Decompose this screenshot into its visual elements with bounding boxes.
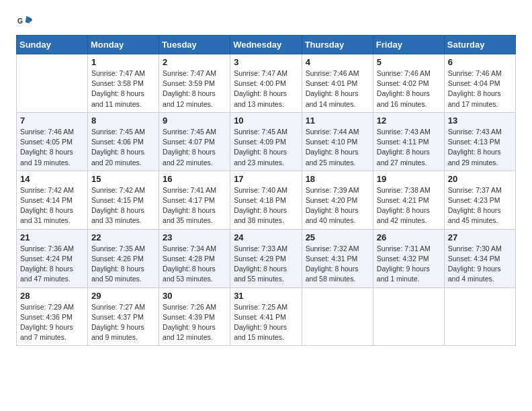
day-number: 7 — [20, 116, 84, 126]
week-row-4: 21Sunrise: 7:36 AM Sunset: 4:24 PM Dayli… — [17, 229, 516, 287]
day-number: 23 — [163, 232, 226, 242]
col-header-thursday: Thursday — [302, 36, 373, 54]
calendar-cell: 29Sunrise: 7:27 AM Sunset: 4:37 PM Dayli… — [88, 287, 159, 346]
day-info: Sunrise: 7:47 AM Sunset: 3:59 PM Dayligh… — [163, 68, 226, 109]
day-info: Sunrise: 7:39 AM Sunset: 4:20 PM Dayligh… — [306, 185, 369, 226]
day-info: Sunrise: 7:47 AM Sunset: 4:00 PM Dayligh… — [234, 68, 298, 109]
day-info: Sunrise: 7:34 AM Sunset: 4:28 PM Dayligh… — [163, 244, 226, 285]
day-info: Sunrise: 7:43 AM Sunset: 4:13 PM Dayligh… — [448, 127, 512, 168]
day-number: 8 — [91, 116, 155, 126]
day-number: 18 — [306, 174, 369, 184]
calendar-cell: 6Sunrise: 7:46 AM Sunset: 4:04 PM Daylig… — [444, 54, 515, 113]
day-info: Sunrise: 7:47 AM Sunset: 3:58 PM Dayligh… — [91, 68, 155, 109]
day-info: Sunrise: 7:27 AM Sunset: 4:37 PM Dayligh… — [91, 302, 155, 343]
col-header-sunday: Sunday — [17, 36, 88, 54]
day-number: 20 — [448, 174, 512, 184]
calendar-cell: 13Sunrise: 7:43 AM Sunset: 4:13 PM Dayli… — [444, 112, 515, 171]
calendar-cell: 18Sunrise: 7:39 AM Sunset: 4:20 PM Dayli… — [302, 171, 373, 229]
calendar-cell: 25Sunrise: 7:32 AM Sunset: 4:31 PM Dayli… — [302, 229, 373, 287]
day-info: Sunrise: 7:44 AM Sunset: 4:10 PM Dayligh… — [306, 127, 369, 168]
day-number: 16 — [163, 174, 226, 184]
day-number: 26 — [377, 232, 441, 242]
calendar-cell: 16Sunrise: 7:41 AM Sunset: 4:17 PM Dayli… — [159, 171, 230, 229]
calendar-cell: 22Sunrise: 7:35 AM Sunset: 4:26 PM Dayli… — [88, 229, 159, 287]
calendar-cell: 26Sunrise: 7:31 AM Sunset: 4:32 PM Dayli… — [373, 229, 444, 287]
calendar-cell: 1Sunrise: 7:47 AM Sunset: 3:58 PM Daylig… — [88, 54, 159, 113]
week-row-5: 28Sunrise: 7:29 AM Sunset: 4:36 PM Dayli… — [17, 287, 516, 346]
col-header-monday: Monday — [88, 36, 159, 54]
col-header-saturday: Saturday — [444, 36, 515, 54]
day-info: Sunrise: 7:45 AM Sunset: 4:06 PM Dayligh… — [91, 127, 155, 168]
calendar-cell: 2Sunrise: 7:47 AM Sunset: 3:59 PM Daylig… — [159, 54, 230, 113]
day-number: 22 — [91, 232, 155, 242]
day-info: Sunrise: 7:36 AM Sunset: 4:24 PM Dayligh… — [20, 244, 84, 285]
col-header-friday: Friday — [373, 36, 444, 54]
day-info: Sunrise: 7:29 AM Sunset: 4:36 PM Dayligh… — [20, 302, 84, 343]
day-number: 5 — [377, 57, 441, 67]
day-info: Sunrise: 7:41 AM Sunset: 4:17 PM Dayligh… — [163, 185, 226, 226]
day-info: Sunrise: 7:42 AM Sunset: 4:15 PM Dayligh… — [91, 185, 155, 226]
logo: G — [16, 13, 34, 28]
day-number: 1 — [91, 57, 155, 67]
day-number: 4 — [306, 57, 369, 67]
day-info: Sunrise: 7:46 AM Sunset: 4:05 PM Dayligh… — [20, 127, 84, 168]
day-number: 2 — [163, 57, 226, 67]
calendar-cell: 12Sunrise: 7:43 AM Sunset: 4:11 PM Dayli… — [373, 112, 444, 171]
calendar-cell: 19Sunrise: 7:38 AM Sunset: 4:21 PM Dayli… — [373, 171, 444, 229]
day-number: 12 — [377, 116, 441, 126]
calendar-cell: 9Sunrise: 7:45 AM Sunset: 4:07 PM Daylig… — [159, 112, 230, 171]
day-number: 15 — [91, 174, 155, 184]
calendar-cell — [302, 287, 373, 346]
week-row-1: 1Sunrise: 7:47 AM Sunset: 3:58 PM Daylig… — [17, 54, 516, 113]
day-number: 31 — [234, 291, 298, 301]
calendar-cell — [444, 287, 515, 346]
calendar-cell: 17Sunrise: 7:40 AM Sunset: 4:18 PM Dayli… — [230, 171, 302, 229]
col-header-wednesday: Wednesday — [230, 36, 302, 54]
week-row-2: 7Sunrise: 7:46 AM Sunset: 4:05 PM Daylig… — [17, 112, 516, 171]
day-info: Sunrise: 7:45 AM Sunset: 4:09 PM Dayligh… — [234, 127, 298, 168]
day-number: 28 — [20, 291, 84, 301]
calendar-cell: 15Sunrise: 7:42 AM Sunset: 4:15 PM Dayli… — [88, 171, 159, 229]
svg-text:G: G — [17, 17, 23, 25]
calendar-cell: 11Sunrise: 7:44 AM Sunset: 4:10 PM Dayli… — [302, 112, 373, 171]
calendar-cell: 14Sunrise: 7:42 AM Sunset: 4:14 PM Dayli… — [17, 171, 88, 229]
calendar-cell: 31Sunrise: 7:25 AM Sunset: 4:41 PM Dayli… — [230, 287, 302, 346]
day-info: Sunrise: 7:37 AM Sunset: 4:23 PM Dayligh… — [448, 185, 512, 226]
day-number: 14 — [20, 174, 84, 184]
day-number: 17 — [234, 174, 298, 184]
calendar-cell: 24Sunrise: 7:33 AM Sunset: 4:29 PM Dayli… — [230, 229, 302, 287]
day-info: Sunrise: 7:26 AM Sunset: 4:39 PM Dayligh… — [163, 302, 226, 343]
day-number: 25 — [306, 232, 369, 242]
week-row-3: 14Sunrise: 7:42 AM Sunset: 4:14 PM Dayli… — [17, 171, 516, 229]
calendar-cell: 21Sunrise: 7:36 AM Sunset: 4:24 PM Dayli… — [17, 229, 88, 287]
day-number: 21 — [20, 232, 84, 242]
header: G — [16, 13, 516, 28]
day-number: 30 — [163, 291, 226, 301]
logo-icon: G — [17, 13, 32, 28]
day-number: 13 — [448, 116, 512, 126]
calendar-cell: 20Sunrise: 7:37 AM Sunset: 4:23 PM Dayli… — [444, 171, 515, 229]
day-number: 19 — [377, 174, 441, 184]
day-info: Sunrise: 7:43 AM Sunset: 4:11 PM Dayligh… — [377, 127, 441, 168]
col-header-tuesday: Tuesday — [159, 36, 230, 54]
day-number: 27 — [448, 232, 512, 242]
day-info: Sunrise: 7:25 AM Sunset: 4:41 PM Dayligh… — [234, 302, 298, 343]
day-info: Sunrise: 7:30 AM Sunset: 4:34 PM Dayligh… — [448, 244, 512, 285]
calendar-cell — [17, 54, 88, 113]
day-info: Sunrise: 7:42 AM Sunset: 4:14 PM Dayligh… — [20, 185, 84, 226]
calendar-cell: 23Sunrise: 7:34 AM Sunset: 4:28 PM Dayli… — [159, 229, 230, 287]
day-info: Sunrise: 7:38 AM Sunset: 4:21 PM Dayligh… — [377, 185, 441, 226]
day-number: 10 — [234, 116, 298, 126]
calendar-cell: 7Sunrise: 7:46 AM Sunset: 4:05 PM Daylig… — [17, 112, 88, 171]
day-info: Sunrise: 7:46 AM Sunset: 4:02 PM Dayligh… — [377, 68, 441, 109]
day-number: 9 — [163, 116, 226, 126]
calendar-cell: 30Sunrise: 7:26 AM Sunset: 4:39 PM Dayli… — [159, 287, 230, 346]
day-number: 11 — [306, 116, 369, 126]
day-info: Sunrise: 7:33 AM Sunset: 4:29 PM Dayligh… — [234, 244, 298, 285]
day-info: Sunrise: 7:35 AM Sunset: 4:26 PM Dayligh… — [91, 244, 155, 285]
day-info: Sunrise: 7:46 AM Sunset: 4:01 PM Dayligh… — [306, 68, 369, 109]
calendar-cell — [373, 287, 444, 346]
day-info: Sunrise: 7:31 AM Sunset: 4:32 PM Dayligh… — [377, 244, 441, 285]
day-number: 29 — [91, 291, 155, 301]
calendar-cell: 5Sunrise: 7:46 AM Sunset: 4:02 PM Daylig… — [373, 54, 444, 113]
